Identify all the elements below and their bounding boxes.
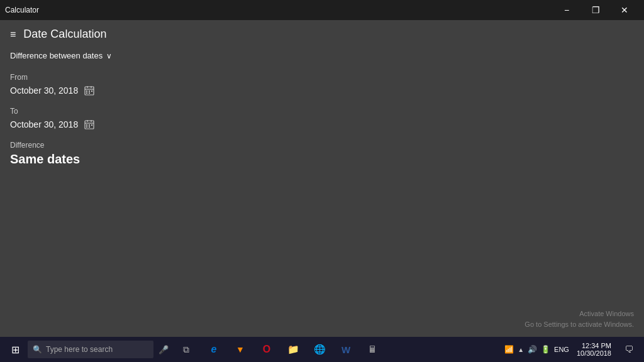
difference-value: Same dates: [10, 152, 634, 167]
svg-rect-17: [89, 126, 90, 128]
from-field-group: From October 30, 2018: [10, 73, 634, 97]
svg-rect-4: [86, 90, 87, 92]
chevron-down-icon: ∨: [106, 52, 112, 60]
network-icon: 📶: [504, 345, 514, 354]
task-view-icon: ⧉: [183, 344, 189, 355]
notification-icon: 🗨: [625, 344, 633, 354]
from-date-value: October 30, 2018: [10, 85, 78, 96]
start-button[interactable]: ⊞: [3, 337, 28, 362]
word-icon: W: [341, 344, 350, 355]
battery-icon: 🔋: [541, 345, 550, 354]
task-view-button[interactable]: ⧉: [174, 337, 199, 362]
taskbar-app-vlc[interactable]: ▼: [228, 337, 253, 362]
taskbar-right: 📶 ▲ 🔊 🔋 ENG 12:34 PM 10/30/2018 🗨: [504, 337, 641, 362]
notification-center-button[interactable]: 🗨: [619, 337, 639, 362]
to-field-group: To October 30, 2018: [10, 107, 634, 131]
app-window: ≡ Date Calculation Difference between da…: [0, 20, 644, 337]
difference-label: Difference: [10, 141, 634, 150]
taskbar: ⊞ 🔍 Type here to search 🎤 ⧉ e ▼ O 📁 🌐: [0, 337, 644, 362]
search-icon: 🔍: [33, 345, 42, 354]
mode-selector[interactable]: Difference between dates ∨: [10, 51, 634, 60]
title-bar-left: Calculator: [5, 6, 39, 14]
to-label: To: [10, 107, 634, 116]
svg-rect-15: [91, 124, 92, 126]
taskbar-app-word[interactable]: W: [333, 337, 358, 362]
mode-label: Difference between dates: [10, 51, 103, 60]
chrome-icon: 🌐: [314, 344, 326, 355]
to-calendar-icon[interactable]: [83, 118, 96, 131]
from-calendar-icon[interactable]: [83, 84, 96, 97]
svg-rect-13: [86, 124, 87, 126]
title-bar-title: Calculator: [5, 6, 39, 14]
edge-icon: e: [211, 344, 217, 355]
taskbar-search-placeholder: Type here to search: [46, 345, 113, 354]
svg-rect-16: [86, 126, 87, 128]
svg-rect-5: [89, 90, 90, 92]
app-content: Difference between dates ∨ From October …: [0, 46, 644, 337]
files-icon: 📁: [287, 344, 299, 355]
from-label: From: [10, 73, 634, 82]
opera-icon: O: [263, 344, 270, 355]
microphone-button[interactable]: 🎤: [153, 337, 174, 362]
show-hidden-icon[interactable]: ▲: [518, 346, 524, 353]
svg-rect-14: [89, 124, 90, 126]
taskbar-app-chrome[interactable]: 🌐: [307, 337, 332, 362]
from-date-row: October 30, 2018: [10, 84, 634, 97]
to-date-row: October 30, 2018: [10, 118, 634, 131]
svg-rect-7: [86, 92, 87, 94]
title-bar: Calculator − ❐ ✕: [0, 0, 644, 20]
app-title: Date Calculation: [23, 28, 106, 41]
taskbar-pinned-apps: e ▼ O 📁 🌐 W 🖩: [201, 337, 385, 362]
app-header: ≡ Date Calculation: [0, 20, 644, 46]
minimize-button[interactable]: −: [552, 0, 581, 20]
taskbar-time-display: 12:34 PM: [577, 342, 611, 349]
mic-icon: 🎤: [158, 345, 169, 354]
taskbar-app-edge[interactable]: e: [201, 337, 226, 362]
taskbar-system-icons: 📶 ▲ 🔊 🔋 ENG: [504, 345, 569, 354]
difference-section: Difference Same dates: [10, 141, 634, 167]
svg-rect-8: [89, 92, 90, 94]
taskbar-app-calculator[interactable]: 🖩: [360, 337, 385, 362]
language-label: ENG: [554, 346, 569, 353]
vlc-icon: ▼: [236, 344, 245, 354]
windows-icon: ⊞: [11, 344, 19, 356]
svg-rect-6: [91, 90, 92, 92]
close-button[interactable]: ✕: [610, 0, 639, 20]
volume-icon[interactable]: 🔊: [528, 345, 537, 354]
to-date-value: October 30, 2018: [10, 119, 78, 129]
hamburger-icon[interactable]: ≡: [10, 29, 16, 40]
taskbar-search-box[interactable]: 🔍 Type here to search: [28, 341, 153, 358]
title-bar-controls: − ❐ ✕: [552, 0, 639, 20]
taskbar-date-display: 10/30/2018: [577, 349, 611, 357]
calculator-icon: 🖩: [368, 344, 377, 354]
restore-button[interactable]: ❐: [581, 0, 610, 20]
taskbar-clock[interactable]: 12:34 PM 10/30/2018: [572, 342, 616, 357]
taskbar-app-opera[interactable]: O: [254, 337, 279, 362]
taskbar-app-files[interactable]: 📁: [280, 337, 306, 362]
